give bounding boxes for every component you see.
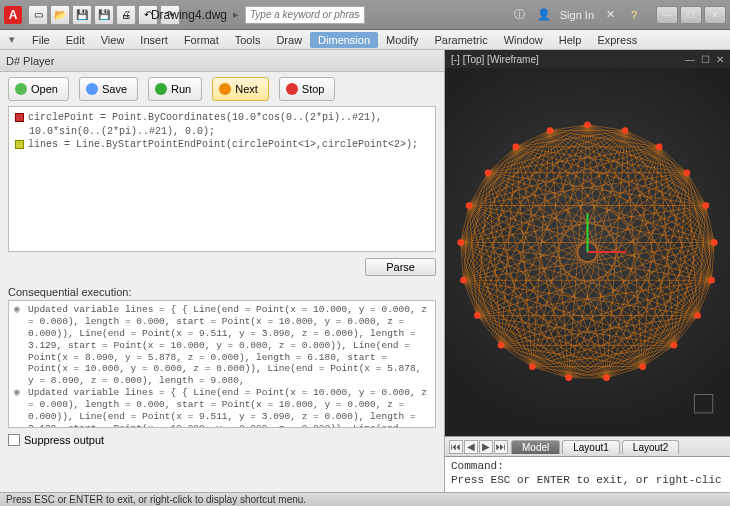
svg-line-51 [463, 147, 659, 280]
svg-line-112 [477, 280, 711, 315]
title-dropdown-icon[interactable]: ▸ [233, 8, 239, 21]
code-text: lines = Line.ByStartPointEndPoint(circle… [28, 139, 418, 150]
menu-help[interactable]: Help [551, 32, 590, 48]
svg-line-126 [463, 280, 697, 315]
exchange-icon[interactable]: ✕ [602, 7, 618, 23]
menu-insert[interactable]: Insert [132, 32, 176, 48]
svg-rect-233 [694, 395, 712, 413]
open-button[interactable]: Open [8, 77, 69, 101]
viewport-panel: [-] [Top] [Wireframe] — ☐ ✕ ⏮ ◀ ▶ ⏭ Mode… [445, 50, 730, 492]
menu-bar: ▾ File Edit View Insert Format Tools Dra… [0, 30, 730, 50]
infocenter-icon[interactable]: ⓘ [512, 7, 528, 23]
menu-view[interactable]: View [93, 32, 133, 48]
save-button[interactable]: Save [79, 77, 138, 101]
svg-line-132 [643, 345, 674, 366]
svg-line-60 [687, 173, 698, 316]
svg-point-219 [639, 363, 646, 370]
close-icon[interactable]: ✕ [704, 6, 726, 24]
panel-title: D# Player [0, 50, 444, 72]
svg-point-224 [474, 312, 481, 319]
svg-line-2 [588, 125, 687, 173]
breakpoint-icon[interactable] [15, 113, 24, 122]
vp-close-icon[interactable]: ✕ [716, 54, 724, 65]
svg-point-215 [711, 239, 718, 246]
svg-line-21 [625, 130, 687, 172]
svg-line-39 [659, 147, 687, 173]
minimize-icon[interactable]: — [656, 6, 678, 24]
menu-tools[interactable]: Tools [227, 32, 269, 48]
svg-point-230 [547, 127, 554, 134]
svg-line-103 [516, 147, 715, 243]
help-search-input[interactable] [245, 6, 365, 24]
exec-text: Updated variable lines = { { Line(end = … [28, 304, 430, 387]
signin-label[interactable]: Sign In [560, 9, 594, 21]
signin-user-icon[interactable]: 👤 [536, 7, 552, 23]
viewport-label[interactable]: [-] [Top] [Wireframe] [451, 54, 539, 65]
vp-restore-icon[interactable]: ☐ [701, 54, 710, 65]
code-text: circlePoint = Point.ByCoordinates(10.0*c… [28, 112, 382, 123]
svg-line-27 [625, 130, 643, 366]
parse-button[interactable]: Parse [365, 258, 436, 276]
stop-button[interactable]: Stop [279, 77, 336, 101]
svg-point-228 [485, 169, 492, 176]
bullet-icon: ◉ [14, 387, 28, 428]
svg-line-162 [488, 173, 606, 378]
svg-line-64 [569, 173, 687, 378]
svg-line-174 [501, 345, 532, 366]
qat-saveas-icon[interactable]: 💾 [94, 5, 114, 25]
svg-point-213 [684, 169, 691, 176]
svg-point-221 [565, 375, 572, 382]
tab-model[interactable]: Model [511, 440, 560, 454]
menu-modify[interactable]: Modify [378, 32, 426, 48]
menu-draw[interactable]: Draw [268, 32, 310, 48]
code-editor[interactable]: circlePoint = Point.ByCoordinates(10.0*c… [8, 106, 436, 252]
svg-line-17 [488, 125, 587, 173]
workspace-dropdown-icon[interactable]: ▾ [4, 32, 20, 48]
svg-line-76 [698, 206, 706, 316]
command-line[interactable]: Command: Press ESC or ENTER to exit, or … [445, 456, 730, 492]
suppress-checkbox[interactable] [8, 434, 20, 446]
menu-format[interactable]: Format [176, 32, 227, 48]
next-button[interactable]: Next [212, 77, 269, 101]
menu-express[interactable]: Express [589, 32, 645, 48]
suppress-label: Suppress output [24, 434, 104, 446]
svg-line-7 [588, 125, 675, 345]
svg-point-225 [460, 277, 467, 284]
status-text: Press ESC or ENTER to exit, or right-cli… [6, 494, 306, 505]
help-icon[interactable]: ? [626, 7, 642, 23]
svg-point-218 [671, 342, 678, 349]
svg-point-210 [584, 122, 591, 129]
tab-last-icon[interactable]: ⏭ [494, 440, 508, 454]
svg-point-211 [622, 127, 629, 134]
app-logo-icon[interactable]: A [4, 6, 22, 24]
drawing-viewport[interactable] [445, 68, 730, 436]
svg-point-223 [498, 342, 505, 349]
menu-window[interactable]: Window [496, 32, 551, 48]
qat-save-icon[interactable]: 💾 [72, 5, 92, 25]
execution-output[interactable]: ◉Updated variable lines = { { Line(end =… [8, 300, 436, 428]
svg-line-181 [532, 130, 550, 366]
vp-minimize-icon[interactable]: — [685, 54, 695, 65]
current-line-icon[interactable] [15, 140, 24, 149]
menu-file[interactable]: File [24, 32, 58, 48]
code-text: 10.0*sin(0..(2*pi)..#21), 0.0); [15, 125, 429, 139]
qat-open-icon[interactable]: 📂 [50, 5, 70, 25]
menu-parametric[interactable]: Parametric [426, 32, 495, 48]
svg-line-149 [463, 280, 642, 366]
maximize-icon[interactable]: ☐ [680, 6, 702, 24]
qat-plot-icon[interactable]: 🖨 [116, 5, 136, 25]
menu-edit[interactable]: Edit [58, 32, 93, 48]
svg-line-175 [477, 316, 532, 367]
tab-first-icon[interactable]: ⏮ [449, 440, 463, 454]
qat-new-icon[interactable]: ▭ [28, 5, 48, 25]
tab-prev-icon[interactable]: ◀ [464, 440, 478, 454]
tab-next-icon[interactable]: ▶ [479, 440, 493, 454]
menu-dimension[interactable]: Dimension [310, 32, 378, 48]
tab-layout1[interactable]: Layout1 [562, 440, 620, 454]
svg-line-207 [488, 147, 516, 173]
svg-line-128 [469, 206, 698, 316]
svg-line-3 [588, 125, 706, 206]
tab-layout2[interactable]: Layout2 [622, 440, 680, 454]
svg-line-89 [550, 130, 706, 205]
run-button[interactable]: Run [148, 77, 202, 101]
